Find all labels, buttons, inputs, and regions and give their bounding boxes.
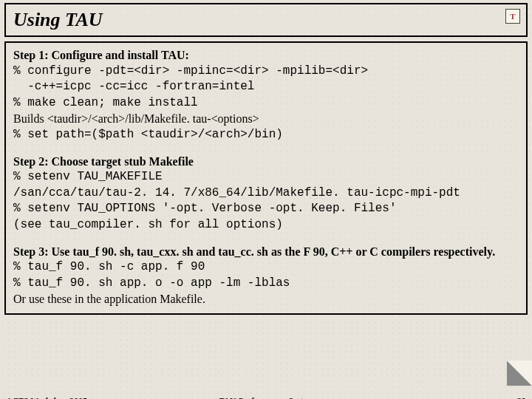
- title-bar: Using TAU T: [4, 3, 528, 37]
- text-line: Builds <taudir>/<arch>/lib/Makefile. tau…: [13, 111, 519, 127]
- text-line: Or use these in the application Makefile…: [13, 291, 519, 307]
- code-line: -c++=icpc -cc=icc -fortran=intel: [13, 79, 519, 95]
- step-3: Step 3: Use tau_f 90. sh, tau_cxx. sh an…: [13, 244, 519, 307]
- footer-center: TAU Performance System: [6, 396, 526, 399]
- step-1: Step 1: Configure and install TAU: % con…: [13, 47, 519, 143]
- code-line: % setenv TAU_OPTIONS '-opt. Verbose -opt…: [13, 201, 519, 217]
- step-2: Step 2: Choose target stub Makefile % se…: [13, 154, 519, 233]
- slide-title: Using TAU: [13, 9, 103, 30]
- step-2-label: Step 2: Choose target stub Makefile: [13, 155, 194, 168]
- code-line: % make clean; make install: [13, 95, 519, 112]
- code-line: /san/cca/tau/tau-2. 14. 7/x86_64/lib/Mak…: [13, 185, 519, 202]
- code-line: % setenv TAU_MAKEFILE: [13, 169, 519, 185]
- code-line: % set path=($path <taudir>/<arch>/bin): [13, 127, 519, 143]
- step-3-label: Step 3: Use tau_f 90. sh, tau_cxx. sh an…: [13, 245, 495, 258]
- step-1-label: Step 1: Configure and install TAU:: [13, 49, 189, 61]
- page-number: 22: [517, 396, 526, 399]
- tau-logo-icon: T: [505, 9, 520, 24]
- code-line: % tau_f 90. sh -c app. f 90: [13, 259, 519, 276]
- code-line: % tau_f 90. sh app. o -o app -lm -lblas: [13, 276, 519, 292]
- content-area: Step 1: Configure and install TAU: % con…: [4, 41, 528, 315]
- code-line: % configure -pdt=<dir> -mpiinc=<dir> -mp…: [13, 64, 519, 80]
- code-line: (see tau_compiler. sh for all options): [13, 217, 519, 233]
